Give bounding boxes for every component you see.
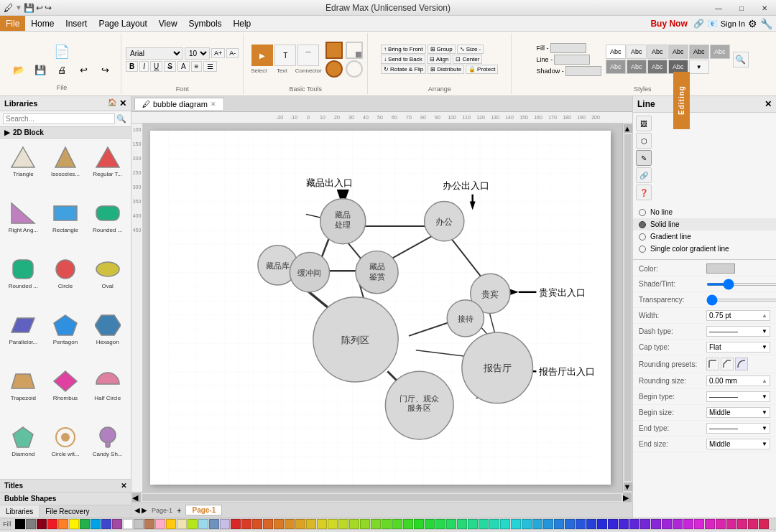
italic-btn[interactable]: I bbox=[139, 61, 149, 72]
color-swatch-extra[interactable] bbox=[425, 519, 435, 529]
shape-pentagon[interactable]: Pentagon bbox=[45, 309, 86, 364]
color-swatch-extra[interactable] bbox=[705, 519, 715, 529]
protect-btn[interactable]: 🔒Protect bbox=[466, 65, 498, 74]
style-swatch-4[interactable]: Abc bbox=[668, 45, 688, 59]
color-swatch-item[interactable] bbox=[80, 519, 90, 529]
shape-trapezoid[interactable]: Trapezoid bbox=[3, 365, 44, 420]
end-type-value[interactable]: ———— ▼ bbox=[706, 423, 770, 434]
color-swatch-extra[interactable] bbox=[274, 519, 284, 529]
font-family-select[interactable]: Arial bbox=[126, 47, 183, 60]
rounding-preset-2[interactable] bbox=[721, 358, 734, 370]
shadow-btn[interactable] bbox=[565, 66, 601, 76]
sign-in-link[interactable]: Sign In bbox=[721, 19, 745, 28]
menu-home[interactable]: Home bbox=[25, 16, 60, 31]
window-controls[interactable]: — □ ✕ bbox=[707, 0, 776, 16]
tab-close-icon[interactable]: ✕ bbox=[211, 101, 216, 108]
width-stepper-up[interactable]: ▲ bbox=[762, 312, 767, 319]
color-swatch-extra[interactable] bbox=[554, 519, 564, 529]
search-styles-btn[interactable]: 🔍 bbox=[733, 52, 749, 67]
select-tool-btn[interactable]: ▶ bbox=[251, 45, 273, 66]
panel-icon-4[interactable]: 🔗 bbox=[636, 167, 652, 183]
color-swatch-item[interactable] bbox=[47, 519, 57, 529]
main-canvas[interactable]: 藏品出入口 办公出入口 贵宾出入口 报告厅出入口 bbox=[143, 123, 632, 492]
color-swatch-item[interactable] bbox=[188, 519, 198, 529]
color-swatch-extra[interactable] bbox=[328, 519, 338, 529]
color-swatch-extra[interactable] bbox=[565, 519, 575, 529]
color-swatch-extra[interactable] bbox=[759, 519, 769, 529]
shape-candy[interactable]: Candy Sh... bbox=[87, 421, 128, 476]
single-gradient-option[interactable]: Single color gradient line bbox=[633, 243, 776, 255]
style-swatch-7[interactable]: Abc bbox=[606, 60, 626, 74]
color-swatch-extra[interactable] bbox=[338, 519, 348, 529]
style-swatch-1[interactable]: Abc bbox=[606, 45, 626, 59]
color-swatch-extra[interactable] bbox=[651, 519, 661, 529]
scroll-hthumb[interactable] bbox=[142, 494, 622, 501]
color-swatch-extra[interactable] bbox=[748, 519, 758, 529]
rounding-preset-1[interactable] bbox=[706, 358, 719, 370]
dash-value[interactable]: ———— ▼ bbox=[706, 326, 770, 337]
ribbon-btn-print[interactable]: 🖨 bbox=[52, 63, 72, 77]
color-swatch-extra[interactable] bbox=[532, 519, 542, 529]
ribbon-btn-open[interactable]: 📂 bbox=[9, 63, 29, 77]
shape-isosceles[interactable]: Isosceles... bbox=[45, 141, 86, 196]
rounding-preset-3[interactable] bbox=[735, 358, 748, 370]
color-swatch-item[interactable] bbox=[144, 519, 154, 529]
color-swatch-extra[interactable] bbox=[608, 519, 618, 529]
connector-tool-btn[interactable]: ⌒ bbox=[297, 45, 319, 66]
color-swatch-extra[interactable] bbox=[457, 519, 467, 529]
color-swatch-extra[interactable] bbox=[543, 519, 553, 529]
align-btn[interactable]: ⊟Align bbox=[427, 55, 452, 64]
shape-rect-btn[interactable] bbox=[325, 42, 343, 59]
page-tab-1[interactable]: Page-1 bbox=[185, 505, 222, 515]
color-swatch-extra[interactable] bbox=[511, 519, 521, 529]
rounding-size-input[interactable] bbox=[709, 377, 762, 385]
color-swatch-extra[interactable] bbox=[716, 519, 726, 529]
style-swatch-9[interactable]: Abc bbox=[647, 60, 668, 74]
color-swatch-extra[interactable] bbox=[479, 519, 489, 529]
style-swatch-8[interactable]: Abc bbox=[627, 60, 647, 74]
color-swatch-extra[interactable] bbox=[694, 519, 704, 529]
page-nav-left[interactable]: ◀ bbox=[134, 506, 140, 514]
scrollbar-vertical[interactable]: ▲ ▼ bbox=[622, 123, 632, 492]
scroll-thumb[interactable] bbox=[624, 134, 632, 481]
color-swatch-extra[interactable] bbox=[371, 519, 381, 529]
color-swatch-extra[interactable] bbox=[360, 519, 370, 529]
shape-circle-with[interactable]: Circle wit... bbox=[45, 421, 86, 476]
gradient-line-option[interactable]: Gradient line bbox=[633, 230, 776, 243]
buy-now-link[interactable]: Buy Now bbox=[650, 19, 693, 29]
color-swatch-extra[interactable] bbox=[349, 519, 359, 529]
color-swatch-extra[interactable] bbox=[392, 519, 402, 529]
color-swatch-extra[interactable] bbox=[489, 519, 499, 529]
color-swatch-extra[interactable] bbox=[673, 519, 683, 529]
font-dec-btn[interactable]: A- bbox=[226, 48, 239, 58]
shape-rounded-rect[interactable]: Rounded ... bbox=[87, 197, 128, 252]
color-swatch-item[interactable] bbox=[166, 519, 176, 529]
canvas-drawing-area[interactable]: 藏品出入口 办公出入口 贵宾出入口 报告厅出入口 bbox=[150, 131, 611, 485]
lib-collapse-btn[interactable]: 🏠 bbox=[108, 98, 116, 108]
panel-icon-1[interactable]: 🖼 bbox=[636, 116, 652, 131]
scroll-left-btn[interactable]: ◀ bbox=[132, 493, 141, 502]
color-swatch-extra[interactable] bbox=[662, 519, 672, 529]
right-panel-close-btn[interactable]: ✕ bbox=[765, 99, 772, 109]
ribbon-btn-save[interactable]: 💾 bbox=[30, 63, 50, 77]
lib-close-btn[interactable]: ✕ bbox=[119, 98, 126, 108]
color-swatch-item[interactable] bbox=[26, 519, 36, 529]
shape-regular-t[interactable]: Regular T... bbox=[87, 141, 128, 196]
panel-icon-3[interactable]: ✎ bbox=[636, 150, 652, 166]
color-swatch-extra[interactable] bbox=[263, 519, 273, 529]
color-swatch-item[interactable] bbox=[177, 519, 187, 529]
color-swatch-extra[interactable] bbox=[726, 519, 736, 529]
ribbon-btn-new[interactable]: 📄 bbox=[51, 42, 73, 61]
maximize-button[interactable]: □ bbox=[730, 0, 753, 16]
bold-btn[interactable]: B bbox=[126, 61, 138, 72]
lib-search-icon[interactable]: 🔍 bbox=[115, 113, 128, 125]
rounding-stepper[interactable]: ▲ bbox=[762, 378, 767, 384]
shape-parallelogram[interactable]: Parallelог... bbox=[3, 309, 44, 364]
color-swatch-item[interactable] bbox=[101, 519, 111, 529]
page-nav-right[interactable]: ▶ bbox=[142, 506, 147, 514]
lib-search-input[interactable] bbox=[3, 113, 115, 124]
file-recovery-tab[interactable]: File Recovery bbox=[40, 505, 95, 518]
minimize-button[interactable]: — bbox=[707, 0, 730, 16]
shade-slider[interactable] bbox=[706, 283, 776, 286]
titles-section[interactable]: Titles ✕ bbox=[0, 479, 131, 492]
